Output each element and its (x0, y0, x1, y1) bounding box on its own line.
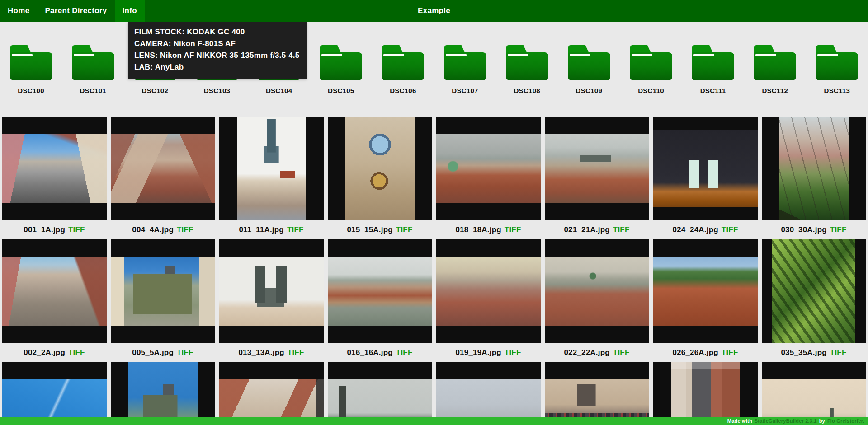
folder-label: DSC111 (700, 87, 726, 94)
photo-item[interactable] (542, 362, 651, 425)
folder-item-dsc110[interactable]: DSC110 (620, 45, 682, 94)
photo-thumbnail[interactable] (328, 239, 432, 343)
photo-item[interactable] (108, 362, 217, 425)
photo-thumbnail[interactable] (545, 239, 649, 343)
photo-thumbnail[interactable] (2, 239, 107, 343)
photo-item-004_4A.jpg[interactable]: 004_4A.jpgTIFF (108, 117, 217, 239)
folder-item-dsc106[interactable]: DSC106 (372, 45, 434, 94)
photo-item-002_2A.jpg[interactable]: 002_2A.jpgTIFF (0, 239, 108, 362)
photo-filename-link[interactable]: 015_15A.jpg (347, 225, 392, 234)
photo-item-022_22A.jpg[interactable]: 022_22A.jpgTIFF (542, 239, 651, 362)
photo-thumbnail[interactable] (328, 117, 432, 220)
photo-filename-link[interactable]: 018_18A.jpg (455, 225, 501, 234)
footer-author-link[interactable]: Flo Greistorfer. (827, 418, 864, 424)
photo-item[interactable] (434, 362, 542, 425)
photo-tiff-link[interactable]: TIFF (396, 225, 413, 234)
photo-filename-link[interactable]: 019_19A.jpg (455, 348, 501, 357)
folder-item-dsc111[interactable]: DSC111 (682, 45, 744, 94)
photo-tiff-link[interactable]: TIFF (613, 225, 630, 234)
photo-thumbnail[interactable] (653, 117, 758, 220)
photo-thumbnail[interactable] (111, 362, 215, 425)
photo-thumbnail[interactable] (219, 239, 324, 343)
photo-filename-link[interactable]: 022_22A.jpg (564, 348, 609, 357)
photo-tiff-link[interactable]: TIFF (505, 225, 521, 234)
photo-tiff-link[interactable]: TIFF (830, 225, 847, 234)
photo-thumbnail[interactable] (436, 117, 541, 220)
nav-item-info[interactable]: Info (115, 0, 145, 22)
photo-item-035_35A.jpg[interactable]: 035_35A.jpgTIFF (760, 239, 868, 362)
photo-thumbnail[interactable] (653, 239, 758, 343)
photo-item-030_30A.jpg[interactable]: 030_30A.jpgTIFF (760, 117, 868, 239)
photo-filename-link[interactable]: 013_13A.jpg (238, 348, 284, 357)
photo-item-001_1A.jpg[interactable]: 001_1A.jpgTIFF (0, 117, 108, 239)
photo-thumbnail[interactable] (111, 117, 215, 220)
nav-item-parent-directory[interactable]: Parent Directory (37, 0, 114, 22)
photo-item-016_16A.jpg[interactable]: 016_16A.jpgTIFF (326, 239, 434, 362)
photo-item-011_11A.jpg[interactable]: 011_11A.jpgTIFF (217, 117, 326, 239)
photo-tiff-link[interactable]: TIFF (177, 225, 193, 234)
photo-thumbnail[interactable] (436, 239, 541, 343)
photo-filename-link[interactable]: 026_26A.jpg (672, 348, 718, 357)
photo-thumbnail[interactable] (111, 239, 215, 343)
folder-item-dsc112[interactable]: DSC112 (744, 45, 806, 94)
photo-item[interactable] (0, 362, 108, 425)
photo-item[interactable] (326, 362, 434, 425)
photo-filename-link[interactable]: 004_4A.jpg (132, 225, 174, 234)
photo-filename-link[interactable]: 011_11A.jpg (239, 225, 284, 234)
photo-item-026_26A.jpg[interactable]: 026_26A.jpgTIFF (651, 239, 760, 362)
footer-builder-link[interactable]: StaticGalleryBuilder 2.3.1 (755, 418, 817, 424)
photo-filename-link[interactable]: 035_35A.jpg (781, 348, 826, 357)
photo-thumbnail[interactable] (762, 117, 866, 220)
folder-item-dsc109[interactable]: DSC109 (558, 45, 620, 94)
photo-filename-link[interactable]: 001_1A.jpg (24, 225, 65, 234)
photo-thumbnail[interactable] (436, 362, 541, 425)
photo-thumbnail[interactable] (762, 362, 866, 425)
photo-filename-link[interactable]: 005_5A.jpg (132, 348, 174, 357)
photo-item[interactable] (651, 362, 760, 425)
photo-item-019_19A.jpg[interactable]: 019_19A.jpgTIFF (434, 239, 542, 362)
folder-item-dsc101[interactable]: DSC101 (62, 45, 124, 94)
photo-thumbnail[interactable] (653, 362, 758, 425)
photo-filename-link[interactable]: 002_2A.jpg (24, 348, 65, 357)
photo-item-018_18A.jpg[interactable]: 018_18A.jpgTIFF (434, 117, 542, 239)
photo-item-013_13A.jpg[interactable]: 013_13A.jpgTIFF (217, 239, 326, 362)
photo-image (345, 117, 415, 220)
photo-tiff-link[interactable]: TIFF (177, 348, 193, 357)
photo-thumbnail[interactable] (219, 362, 324, 425)
photo-thumbnail[interactable] (2, 117, 107, 220)
photo-thumbnail[interactable] (2, 362, 107, 425)
folder-item-dsc108[interactable]: DSC108 (496, 45, 558, 94)
folder-item-dsc105[interactable]: DSC105 (310, 45, 372, 94)
photo-item-021_21A.jpg[interactable]: 021_21A.jpgTIFF (542, 117, 651, 239)
photo-tiff-link[interactable]: TIFF (396, 348, 413, 357)
photo-tiff-link[interactable]: TIFF (287, 225, 304, 234)
photo-filename-link[interactable]: 016_16A.jpg (347, 348, 392, 357)
photo-filename-link[interactable]: 021_21A.jpg (564, 225, 609, 234)
nav-item-home[interactable]: Home (0, 0, 37, 22)
photo-tiff-link[interactable]: TIFF (830, 348, 847, 357)
photo-tiff-link[interactable]: TIFF (505, 348, 521, 357)
photo-thumbnail[interactable] (762, 239, 866, 343)
folder-item-dsc107[interactable]: DSC107 (434, 45, 496, 94)
photo-item-015_15A.jpg[interactable]: 015_15A.jpgTIFF (326, 117, 434, 239)
photo-tiff-link[interactable]: TIFF (722, 348, 738, 357)
photo-item[interactable] (217, 362, 326, 425)
photo-item-024_24A.jpg[interactable]: 024_24A.jpgTIFF (651, 117, 760, 239)
photo-tiff-link[interactable]: TIFF (288, 348, 304, 357)
photo-thumbnail[interactable] (328, 362, 432, 425)
folder-item-dsc113[interactable]: DSC113 (806, 45, 868, 94)
photo-tiff-link[interactable]: TIFF (613, 348, 630, 357)
photo-tiff-link[interactable]: TIFF (68, 225, 85, 234)
photo-thumbnail[interactable] (219, 117, 324, 220)
photo-thumbnail[interactable] (545, 117, 649, 220)
photo-item-005_5A.jpg[interactable]: 005_5A.jpgTIFF (108, 239, 217, 362)
photo-tiff-link[interactable]: TIFF (722, 225, 738, 234)
photo-tiff-link[interactable]: TIFF (68, 348, 85, 357)
photo-filename-link[interactable]: 024_24A.jpg (672, 225, 718, 234)
folder-item-dsc100[interactable]: DSC100 (0, 45, 62, 94)
photo-filename-link[interactable]: 030_30A.jpg (781, 225, 826, 234)
folder-label: DSC103 (204, 87, 231, 94)
photo-item[interactable] (760, 362, 868, 425)
photo-image (219, 257, 324, 326)
photo-thumbnail[interactable] (545, 362, 649, 425)
